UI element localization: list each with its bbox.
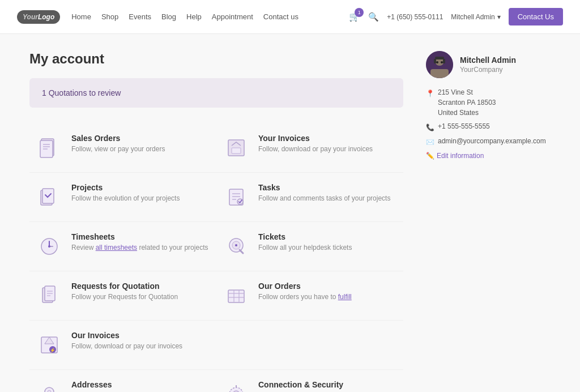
timesheets-text: Timesheets Review all timesheets related… bbox=[71, 232, 208, 253]
timesheets-desc: Review all timesheets related to your pr… bbox=[71, 243, 208, 253]
user-name: Mitchell Admin bbox=[460, 56, 516, 65]
sales-orders-desc: Follow, view or pay your orders bbox=[71, 144, 165, 154]
projects-icon bbox=[35, 183, 63, 211]
phone-icon: 📞 bbox=[426, 122, 434, 133]
svg-line-20 bbox=[240, 250, 243, 253]
svg-point-17 bbox=[48, 245, 50, 248]
edit-icon: ✏️ bbox=[426, 152, 434, 160]
our-invoices-title: Our Invoices bbox=[71, 331, 182, 340]
projects-desc: Follow the evolution of your projects bbox=[71, 194, 180, 203]
page-title: My account bbox=[29, 51, 403, 67]
sidebar: Mitchell Admin YourCompany 📍 215 Vine St… bbox=[426, 51, 551, 392]
tasks-icon bbox=[222, 183, 250, 211]
search-icon[interactable]: 🔍 bbox=[368, 12, 379, 22]
rfq-text: Requests for Quotation Follow your Reque… bbox=[71, 282, 178, 302]
sales-orders-title: Sales Orders bbox=[71, 134, 165, 143]
logo[interactable]: YourLogo bbox=[17, 10, 60, 24]
nav-shop[interactable]: Shop bbox=[101, 12, 118, 21]
nav-contact[interactable]: Contact us bbox=[263, 12, 298, 21]
navigation: YourLogo Home Shop Events Blog Help Appo… bbox=[0, 0, 580, 34]
sidebar-email: ✉️ admin@yourcompany.example.com bbox=[426, 136, 551, 147]
empty-cell-1 bbox=[216, 321, 403, 369]
svg-text:⚡: ⚡ bbox=[50, 347, 56, 353]
user-company: YourCompany bbox=[460, 66, 503, 74]
our-orders-desc: Follow orders you have to fulfill bbox=[258, 292, 352, 302]
nav-events[interactable]: Events bbox=[129, 12, 151, 21]
tasks-desc: Follow and comments tasks of your projec… bbox=[258, 194, 390, 203]
sidebar-address: 📍 215 Vine St Scranton PA 18503 United S… bbox=[426, 87, 551, 118]
rfq-icon bbox=[35, 282, 63, 310]
menu-item-rfq[interactable]: Requests for Quotation Follow your Reque… bbox=[29, 271, 216, 320]
menu-item-connection-security[interactable]: Connection & Security Configure your con… bbox=[216, 370, 403, 392]
our-invoices-text: Our Invoices Follow, download or pay our… bbox=[71, 331, 182, 351]
menu-item-our-orders[interactable]: Our Orders Follow orders you have to ful… bbox=[216, 271, 403, 320]
nav-links: Home Shop Events Blog Help Appointment C… bbox=[71, 12, 338, 21]
nav-help[interactable]: Help bbox=[186, 12, 202, 21]
nav-home[interactable]: Home bbox=[71, 12, 91, 21]
menu-item-our-invoices[interactable]: ⚡ Our Invoices Follow, download or pay o… bbox=[29, 321, 216, 369]
svg-rect-51 bbox=[443, 59, 445, 63]
quotation-banner[interactable]: 1 Quotations to review bbox=[29, 78, 403, 108]
connection-security-title: Connection & Security bbox=[258, 380, 374, 389]
address-line2: Scranton PA 18503 bbox=[438, 97, 496, 108]
content-area: My account 1 Quotations to review Sales … bbox=[29, 51, 403, 392]
your-invoices-text: Your Invoices Follow, download or pay yo… bbox=[258, 134, 373, 154]
svg-point-53 bbox=[441, 61, 443, 63]
addresses-text: Addresses Add, remove or modify your add… bbox=[71, 380, 188, 392]
avatar bbox=[426, 51, 453, 78]
svg-rect-27 bbox=[228, 290, 244, 302]
tickets-desc: Follow all your helpdesk tickets bbox=[258, 243, 352, 253]
svg-rect-50 bbox=[434, 59, 436, 63]
user-info: Mitchell Admin YourCompany bbox=[460, 56, 516, 74]
rfq-title: Requests for Quotation bbox=[71, 282, 178, 291]
tasks-text: Tasks Follow and comments tasks of your … bbox=[258, 183, 390, 203]
nav-appointment[interactable]: Appointment bbox=[212, 12, 253, 21]
timesheets-title: Timesheets bbox=[71, 232, 208, 241]
menu-item-projects[interactable]: Projects Follow the evolution of your pr… bbox=[29, 173, 216, 221]
edit-information[interactable]: ✏️ Edit information bbox=[426, 152, 551, 160]
tasks-title: Tasks bbox=[258, 183, 390, 192]
email-icon: ✉️ bbox=[426, 137, 434, 147]
addresses-title: Addresses bbox=[71, 380, 188, 389]
user-menu[interactable]: Mitchell Admin ▾ bbox=[451, 13, 500, 21]
nav-right: 🛒 1 🔍 +1 (650) 555-0111 Mitchell Admin ▾… bbox=[349, 8, 563, 25]
your-invoices-icon bbox=[222, 134, 250, 162]
menu-item-timesheets[interactable]: Timesheets Review all timesheets related… bbox=[29, 222, 216, 271]
contact-button[interactable]: Contact Us bbox=[509, 8, 563, 25]
connection-security-text: Connection & Security Configure your con… bbox=[258, 380, 374, 392]
tickets-title: Tickets bbox=[258, 232, 352, 241]
our-orders-title: Our Orders bbox=[258, 282, 352, 291]
address-line1: 215 Vine St bbox=[438, 87, 496, 97]
menu-item-sales-orders[interactable]: Sales Orders Follow, view or pay your or… bbox=[29, 123, 216, 172]
svg-rect-6 bbox=[232, 148, 241, 154]
projects-text: Projects Follow the evolution of your pr… bbox=[71, 183, 180, 203]
svg-point-52 bbox=[436, 61, 438, 63]
svg-rect-48 bbox=[430, 69, 449, 78]
your-invoices-title: Your Invoices bbox=[258, 134, 373, 143]
our-invoices-desc: Follow, download or pay our invoices bbox=[71, 342, 182, 351]
rfq-desc: Follow your Requests for Quotation bbox=[71, 292, 178, 302]
cart-icon[interactable]: 🛒 1 bbox=[349, 11, 360, 22]
nav-blog[interactable]: Blog bbox=[161, 12, 176, 21]
our-orders-icon bbox=[222, 282, 250, 310]
main-container: My account 1 Quotations to review Sales … bbox=[18, 34, 562, 392]
menu-grid: Sales Orders Follow, view or pay your or… bbox=[29, 123, 403, 392]
sales-orders-text: Sales Orders Follow, view or pay your or… bbox=[71, 134, 165, 154]
sidebar-phone: 📞 +1 555-555-5555 bbox=[426, 121, 551, 133]
tickets-icon bbox=[222, 232, 250, 261]
nav-phone: +1 (650) 555-0111 bbox=[387, 13, 443, 21]
menu-item-your-invoices[interactable]: Your Invoices Follow, download or pay yo… bbox=[216, 123, 403, 172]
menu-item-tasks[interactable]: Tasks Follow and comments tasks of your … bbox=[216, 173, 403, 221]
location-icon: 📍 bbox=[426, 88, 434, 99]
tickets-text: Tickets Follow all your helpdesk tickets bbox=[258, 232, 352, 253]
menu-item-tickets[interactable]: Tickets Follow all your helpdesk tickets bbox=[216, 222, 403, 271]
projects-title: Projects bbox=[71, 183, 180, 192]
menu-item-addresses[interactable]: Addresses Add, remove or modify your add… bbox=[29, 370, 216, 392]
cart-badge: 1 bbox=[355, 8, 364, 17]
timesheets-icon bbox=[35, 232, 63, 261]
address-line3: United States bbox=[438, 108, 496, 118]
our-invoices-icon: ⚡ bbox=[35, 331, 63, 359]
sales-orders-icon bbox=[35, 134, 63, 162]
addresses-icon bbox=[35, 380, 63, 392]
our-orders-text: Our Orders Follow orders you have to ful… bbox=[258, 282, 352, 302]
